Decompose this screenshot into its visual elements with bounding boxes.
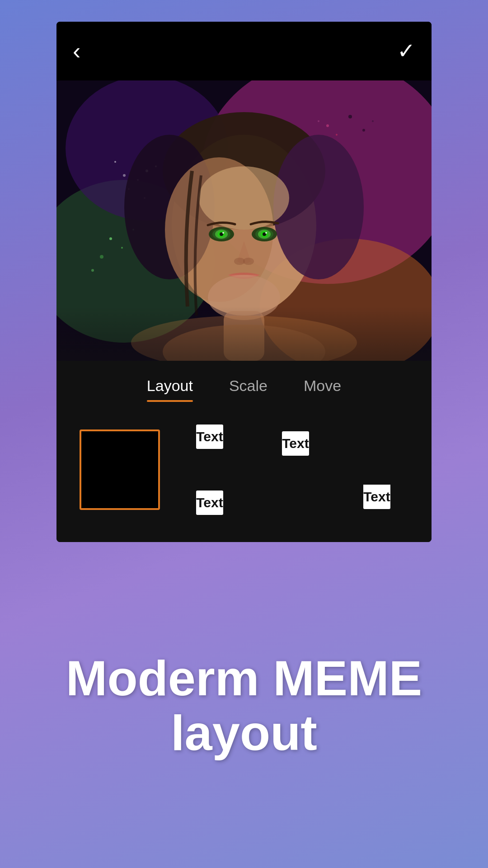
layout-top-text-2: Text	[282, 431, 309, 456]
svg-point-45	[348, 115, 352, 118]
svg-point-47	[372, 120, 374, 122]
layout-bottom-text: Text	[196, 491, 223, 515]
layout-option-text-image-text[interactable]: Text Text	[174, 425, 246, 515]
promo-area: Moderm MEME layout	[30, 542, 458, 868]
svg-point-17	[114, 161, 116, 163]
control-area: Layout Scale Move Text Text Text	[56, 361, 432, 542]
svg-point-16	[123, 174, 126, 177]
tab-scale[interactable]: Scale	[229, 377, 267, 402]
svg-point-43	[336, 134, 338, 136]
layout-option-text-top[interactable]: Text	[259, 431, 332, 508]
svg-point-38	[243, 258, 254, 265]
svg-point-6	[121, 247, 123, 249]
svg-point-5	[109, 237, 112, 240]
layout-option-image-text-bottom[interactable]: Text	[345, 430, 408, 509]
single-block	[81, 431, 158, 508]
svg-point-7	[100, 255, 103, 259]
svg-point-36	[265, 232, 267, 234]
layout-bottom-text-2: Text	[363, 485, 390, 509]
back-icon[interactable]: ‹	[73, 39, 80, 63]
svg-point-44	[318, 120, 319, 122]
option-three-row: Text	[282, 431, 309, 456]
confirm-icon[interactable]: ✓	[397, 40, 415, 62]
image-preview	[56, 80, 432, 361]
layout-option-single[interactable]	[80, 429, 160, 510]
tab-move[interactable]: Move	[304, 377, 341, 402]
svg-rect-49	[56, 307, 432, 361]
portrait-image	[56, 80, 432, 361]
layout-options: Text Text Text Text	[56, 402, 432, 524]
promo-title: Moderm MEME layout	[66, 651, 422, 760]
tab-layout[interactable]: Layout	[147, 377, 193, 402]
svg-point-46	[362, 129, 365, 132]
svg-point-30	[222, 232, 224, 234]
svg-point-42	[326, 124, 329, 127]
svg-point-24	[199, 166, 289, 230]
top-bar: ‹ ✓	[56, 22, 432, 80]
app-container: ‹ ✓	[56, 22, 432, 542]
selected-indicator	[80, 429, 160, 510]
svg-point-9	[91, 269, 94, 272]
tabs: Layout Scale Move	[56, 361, 432, 402]
layout-top-text: Text	[196, 425, 223, 449]
face-svg	[56, 80, 432, 361]
